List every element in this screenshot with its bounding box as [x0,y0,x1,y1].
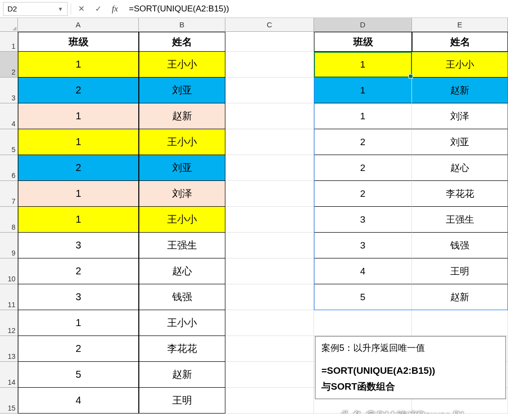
row-header[interactable]: 2 [0,52,18,78]
formula-input[interactable] [125,2,505,16]
row-header[interactable]: 13 [0,336,18,362]
cell[interactable]: 4 [314,258,412,284]
cell[interactable]: 王小小 [139,310,225,336]
table-row: 93王强生3钱强 [0,233,508,258]
cell[interactable]: 王强生 [412,207,508,233]
col-header-E[interactable]: E [412,18,508,32]
cell[interactable]: 赵心 [139,258,225,284]
col-header-D[interactable]: D [314,18,412,32]
cell[interactable]: 1 [314,52,412,78]
cell[interactable]: 赵新 [139,103,225,129]
cell[interactable]: 2 [18,155,139,181]
cell[interactable] [225,32,314,52]
cell[interactable]: 1 [18,310,139,336]
cell[interactable]: 1 [314,78,412,103]
cell[interactable]: 2 [314,181,412,207]
cell[interactable]: 赵新 [412,284,508,310]
cell[interactable]: 3 [314,207,412,233]
cell[interactable]: 刘泽 [139,181,225,207]
row-header[interactable]: 11 [0,284,18,310]
cell[interactable]: 刘亚 [412,129,508,155]
left-header-class[interactable]: 班级 [18,32,139,52]
cell[interactable]: 1 [18,181,139,207]
fx-icon[interactable]: fx [108,2,122,16]
row-header[interactable]: 9 [0,233,18,258]
chevron-down-icon[interactable]: ▼ [58,6,63,12]
cell[interactable]: 刘亚 [139,155,225,181]
cell[interactable] [225,233,314,258]
cell[interactable]: 钱强 [139,284,225,310]
cell[interactable] [225,103,314,129]
cell[interactable] [225,258,314,284]
cell[interactable]: 王小小 [412,52,508,78]
row-header[interactable]: 4 [0,103,18,129]
cancel-icon[interactable]: ✕ [74,2,88,16]
cell[interactable]: 3 [18,284,139,310]
right-header-name[interactable]: 姓名 [412,32,508,52]
cell[interactable]: 李花花 [412,181,508,207]
cell[interactable]: 2 [314,129,412,155]
cell[interactable]: 王小小 [139,129,225,155]
cell[interactable] [225,336,314,362]
col-header-A[interactable]: A [18,18,139,32]
row-header[interactable]: 12 [0,310,18,336]
cell[interactable] [225,388,314,414]
row-header[interactable]: 3 [0,78,18,103]
cell[interactable]: 1 [18,207,139,233]
row-header[interactable]: 7 [0,181,18,207]
formula-bar: D2 ▼ ✕ ✓ fx [0,0,508,18]
cell[interactable] [225,181,314,207]
enter-icon[interactable]: ✓ [91,2,105,16]
cell[interactable]: 3 [314,233,412,258]
cell[interactable]: 王小小 [139,207,225,233]
table-row: 81王小小3王强生 [0,207,508,233]
cell[interactable]: 2 [18,258,139,284]
row-header[interactable]: 14 [0,362,18,388]
cell[interactable]: 3 [18,233,139,258]
cell[interactable]: 王小小 [139,52,225,78]
cell[interactable] [412,310,508,336]
col-header-C[interactable]: C [225,18,314,32]
cell[interactable]: 王强生 [139,233,225,258]
cell[interactable] [314,310,412,336]
cell[interactable]: 2 [18,336,139,362]
cell[interactable]: 李花花 [139,336,225,362]
select-all-corner[interactable] [0,18,18,32]
cell[interactable] [225,284,314,310]
cell[interactable]: 赵新 [139,362,225,388]
cell[interactable] [225,129,314,155]
cell[interactable]: 2 [314,155,412,181]
cell[interactable]: 1 [18,103,139,129]
note-line1: 案例5：以升序返回唯一值 [321,340,500,356]
row-header[interactable]: 6 [0,155,18,181]
name-box[interactable]: D2 ▼ [3,2,68,16]
row-header[interactable]: 10 [0,258,18,284]
row-header[interactable]: 8 [0,207,18,233]
cell[interactable] [225,52,314,78]
cell[interactable]: 赵心 [412,155,508,181]
cell[interactable]: 钱强 [412,233,508,258]
row-header[interactable]: 1 [0,32,18,52]
cell[interactable] [225,310,314,336]
cell[interactable]: 王明 [139,388,225,414]
row-header[interactable]: 5 [0,129,18,155]
cell[interactable]: 刘泽 [412,103,508,129]
cell[interactable]: 赵新 [412,78,508,103]
cell[interactable]: 刘亚 [139,78,225,103]
col-header-B[interactable]: B [139,18,225,32]
cell[interactable]: 1 [18,52,139,78]
cell[interactable] [225,78,314,103]
cell[interactable]: 4 [18,388,139,414]
cell[interactable]: 王明 [412,258,508,284]
cell[interactable]: 2 [18,78,139,103]
cell[interactable]: 5 [314,284,412,310]
cell[interactable]: 1 [314,103,412,129]
row-header[interactable]: 15 [0,388,18,414]
cell[interactable]: 5 [18,362,139,388]
cell[interactable] [225,362,314,388]
cell[interactable]: 1 [18,129,139,155]
cell[interactable] [225,155,314,181]
right-header-class[interactable]: 班级 [314,32,412,52]
left-header-name[interactable]: 姓名 [139,32,225,52]
cell[interactable] [225,207,314,233]
